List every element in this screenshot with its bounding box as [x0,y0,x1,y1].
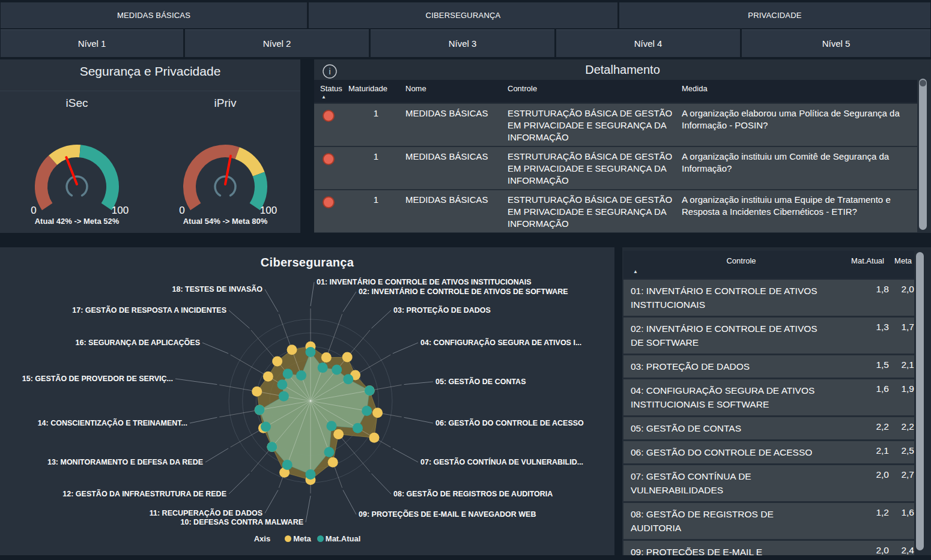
legend-dot [317,535,324,542]
cell-meta: 2,7 [889,469,914,480]
radar-point-mat-atual [306,347,316,357]
status-dot [323,110,335,122]
level-button-3[interactable]: Nível 3 [371,29,554,57]
dashboard: MEDIDAS BÁSICASCIBERSEGURANÇAPRIVACIDADE… [0,0,931,560]
table-row[interactable]: 1MEDIDAS BÁSICASESTRUTURAÇÃO BÁSICA DE G… [314,146,917,189]
radar-axis-label: 06: GESTÃO DO CONTROLE DE ACESSO [435,418,584,427]
radar-point-meta [272,357,282,367]
cell-controle: 09: PROTEÇÕES DE E-MAIL E NAVEGADOR [631,545,823,555]
gauge-segment [255,174,261,206]
cell-meta: 1,6 [889,507,914,518]
status-dot [323,196,335,208]
detail-column-header-controle[interactable]: Controle [508,84,537,93]
table-row[interactable]: 04: CONFIGURAÇÃO SEGURA DE ATIVOS INSTIT… [623,379,914,415]
level-button-2[interactable]: Nível 2 [185,29,369,57]
cell-nome: MEDIDAS BÁSICAS [405,151,505,163]
table-row[interactable]: 01: INVENTÁRIO E CONTROLE DE ATIVOS INST… [623,280,914,316]
legend-label: Mat.Atual [326,534,361,543]
gauge-needle [225,156,231,184]
level-button-4[interactable]: Nível 4 [556,29,740,57]
cell-maturidade: 1 [348,151,378,163]
detail-scrollbar-knob[interactable] [920,80,926,86]
radar-label-callout [404,382,433,385]
radar-axis-label: 08: GESTÃO DE REGISTROS DE AUDITORIA [393,489,553,498]
cell-meta: 1,7 [889,322,914,333]
detail-column-header-nome[interactable]: Nome [405,84,426,93]
cell-nome: MEDIDAS BÁSICAS [405,194,505,206]
controls-column-header-meta[interactable]: Meta [858,256,912,265]
cell-mat-atual: 2,0 [859,545,889,555]
controls-scrollbar[interactable] [916,252,924,550]
table-row[interactable]: 02: INVENTÁRIO E CONTROLE DE ATIVOS DE S… [623,318,914,354]
radar-point-meta [263,372,273,382]
gauge-segment [237,153,259,174]
gauges-panel-title: Segurança e Privacidade [0,64,300,79]
gauge-ipriv: 0100Atual 54% -> Meta 80% [150,124,300,227]
cell-controle: 08: GESTÃO DE REGISTROS DE AUDITORIA [631,507,823,535]
cell-controle: ESTRUTURAÇÃO BÁSICA DE GESTÃO EM PRIVACI… [508,107,675,143]
tab-ciberseguran-a[interactable]: CIBERSEGURANÇA [309,2,617,28]
table-row[interactable]: 1MEDIDAS BÁSICASESTRUTURAÇÃO BÁSICA DE G… [314,189,917,232]
level-button-5[interactable]: Nível 5 [742,29,930,57]
detail-column-header-maturidade[interactable]: Maturidade [348,84,387,93]
cell-controle: 05: GESTÃO DE CONTAS [631,421,823,435]
radar-axis-label: 02: INVENTÁRIO E CONTROLE DE ATIVOS DE S… [359,287,568,296]
radar-legend-item-meta: Meta [285,534,311,543]
table-row[interactable]: 08: GESTÃO DE REGISTROS DE AUDITORIA1,21… [623,503,914,539]
radar-point-mat-atual [326,421,336,431]
cell-mat-atual: 1,3 [859,322,889,333]
cell-meta: 2,2 [889,421,914,432]
radar-label-callout [190,417,217,423]
table-row[interactable]: 03: PROTEÇÃO DE DADOS1,52,1 [623,355,914,378]
table-row[interactable]: 05: GESTÃO DE CONTAS2,22,2 [623,417,914,439]
radar-axis-label: 13: MONITORAMENTO E DEFESA DA REDE [47,458,203,466]
radar-point-mat-atual [267,442,277,452]
radar-panel: Cibersegurança 01: INVENTÁRIO E CONTROLE… [0,247,614,555]
radar-legend: AxisMetaMat.Atual [0,534,614,543]
gauge-segment [41,160,53,206]
radar-point-meta [372,408,383,418]
radar-point-mat-atual [261,422,271,432]
gauge-title-isec: iSec [29,97,125,110]
radar-point-mat-atual [353,423,363,433]
cell-controle: 03: PROTEÇÃO DE DADOS [631,360,823,373]
radar-label-callout [265,289,278,312]
tab-privacidade[interactable]: PRIVACIDADE [619,2,930,28]
radar-point-meta [342,352,353,363]
controls-column-header-controle[interactable]: Controle [705,256,777,265]
table-row[interactable]: 07: GESTÃO CONTÍNUA DE VULNERABILIDADES2… [623,465,914,501]
detail-table-header: StatusMaturidadeNomeControleMedida▲ [314,80,917,103]
radar-point-mat-atual [282,460,293,470]
gauges-panel: Segurança e Privacidade iSec iPriv 0100A… [0,59,300,233]
cell-meta: 2,4 [889,545,914,555]
radar-point-mat-atual [255,405,265,415]
radar-axis-label: 09: PROTEÇÕES DE E-MAIL E NAVEGADOR WEB [359,510,536,519]
gauge-min-label: 0 [31,205,36,216]
radar-axis-label: 05: GESTÃO DE CONTAS [435,377,526,386]
cell-mat-atual: 2,0 [859,469,889,480]
gauge-caption: Atual 54% -> Meta 80% [183,217,268,226]
radar-point-mat-atual [283,369,293,379]
detail-column-header-medida[interactable]: Medida [682,84,708,93]
tab-medidas-b-sicas[interactable]: MEDIDAS BÁSICAS [1,2,307,28]
radar-point-mat-atual [279,391,289,402]
radar-axis-label: 18: TESTES DE INVASÃO [172,285,263,294]
radar-label-callout [343,490,356,514]
cell-controle: ESTRUTURAÇÃO BÁSICA DE GESTÃO EM PRIVACI… [508,194,675,230]
radar-label-callout [205,448,228,462]
level-button-1[interactable]: Nível 1 [1,29,183,57]
detail-column-header-status[interactable]: Status [320,84,342,93]
gauge-hub [67,176,87,196]
table-row[interactable]: 1MEDIDAS BÁSICASESTRUTURAÇÃO BÁSICA DE G… [314,103,917,146]
cell-nome: MEDIDAS BÁSICAS [405,107,505,119]
cell-meta: 2,5 [889,445,914,456]
radar-point-meta [369,433,379,443]
table-row[interactable]: 09: PROTEÇÕES DE E-MAIL E NAVEGADOR2,02,… [623,541,914,555]
table-row[interactable]: 06: GESTÃO DO CONTROLE DE ACESSO2,12,5 [623,441,914,463]
radar-label-callout [311,282,314,306]
detail-scrollbar[interactable] [919,79,927,230]
radar-point-meta [252,387,262,397]
cell-mat-atual: 1,2 [859,507,889,518]
cell-controle: 01: INVENTÁRIO E CONTROLE DE ATIVOS INST… [631,284,823,312]
radar-label-callout [404,417,433,423]
